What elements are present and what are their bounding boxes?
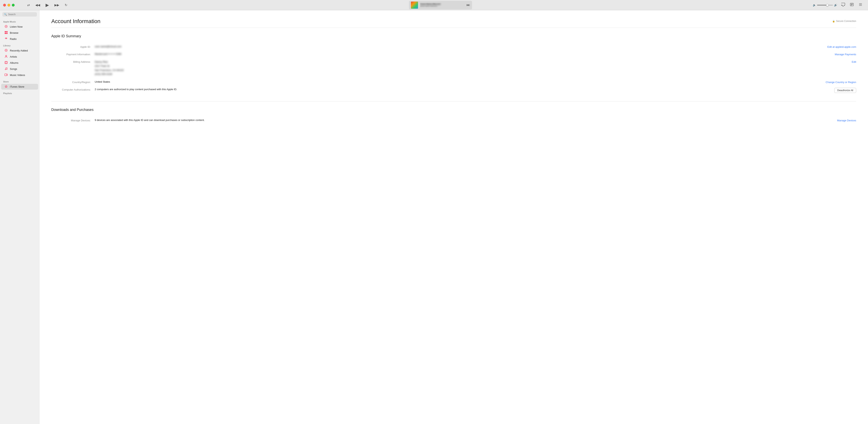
repeat-button[interactable]: ↻ — [64, 2, 68, 8]
svg-rect-12 — [6, 33, 7, 34]
svg-rect-18 — [5, 62, 7, 63]
airplay-button[interactable] — [840, 2, 846, 8]
apple-id-row: Apple ID: user.name@icloud.com Edit at a… — [51, 43, 856, 51]
svg-rect-11 — [5, 33, 6, 34]
svg-rect-9 — [5, 31, 6, 32]
billing-label: Billing Address: — [51, 60, 95, 63]
authorizations-value: 2 computers are authorized to play conte… — [95, 88, 830, 91]
svg-point-13 — [6, 38, 6, 39]
lock-icon: 🔒 — [832, 20, 835, 23]
sidebar-item-albums[interactable]: Albums — [1, 60, 38, 66]
apple-id-section-title: Apple ID Summary — [51, 34, 856, 38]
now-playing-widget: Track Name Blurred Artist Name Blurred ⏭ — [409, 1, 472, 9]
main-layout: 🔍 Apple Music Listen Now — [0, 10, 868, 424]
albums-icon — [4, 61, 8, 65]
album-art — [411, 2, 418, 9]
browse-label: Browse — [10, 31, 18, 34]
authorizations-action: Deauthorize All — [830, 88, 856, 93]
next-button[interactable]: ▶▶ — [54, 2, 60, 8]
music-videos-label: Music Videos — [10, 73, 25, 77]
track-info: Track Name Blurred Artist Name Blurred — [420, 3, 465, 7]
payment-label: Payment Information: — [51, 53, 95, 56]
page-title: Account Information — [51, 18, 100, 25]
section-label-apple-music: Apple Music — [0, 18, 39, 24]
authorizations-label: Computer Authorizations: — [51, 88, 95, 91]
search-input[interactable] — [8, 13, 35, 16]
secure-connection-label: Secure Connection — [836, 20, 856, 23]
recently-added-label: Recently Added — [10, 49, 28, 52]
payment-value: Mastercard •• •• •• 5390 — [95, 53, 831, 55]
billing-row: Billing Address: Danny Riez 2317 Park St… — [51, 58, 856, 78]
search-box[interactable]: 🔍 — [2, 12, 37, 17]
track-name: Track Name Blurred — [420, 3, 465, 5]
section-label-library: Library — [0, 42, 39, 48]
manage-devices-label: Manage Devices: — [51, 119, 95, 122]
volume-slider[interactable] — [817, 5, 833, 5]
edit-appleid-link[interactable]: Edit at appleid.apple.com — [827, 46, 856, 48]
apple-id-value: user.name@icloud.com — [95, 45, 824, 48]
sidebar-item-music-videos[interactable]: Music Videos — [1, 72, 38, 78]
deauthorize-all-button[interactable]: Deauthorize All — [834, 88, 856, 93]
minimize-button[interactable] — [7, 4, 10, 6]
artists-icon — [4, 55, 8, 59]
volume-control: 🔈 🔊 — [813, 4, 837, 6]
sidebar-item-radio[interactable]: Radio — [1, 36, 38, 42]
svg-point-20 — [6, 69, 7, 70]
sidebar-item-artists[interactable]: Artists — [1, 54, 38, 60]
country-action: Change Country or Region — [822, 80, 856, 84]
sidebar-item-listen-now[interactable]: Listen Now — [1, 24, 38, 30]
svg-rect-10 — [6, 31, 7, 32]
artists-label: Artists — [10, 55, 17, 58]
volume-low-icon: 🔈 — [813, 4, 816, 6]
manage-payments-link[interactable]: Manage Payments — [835, 53, 856, 56]
sidebar: 🔍 Apple Music Listen Now — [0, 10, 39, 424]
close-button[interactable] — [3, 4, 6, 6]
svg-point-8 — [6, 26, 6, 27]
content-area: Account Information 🔒 Secure Connection … — [39, 10, 868, 424]
svg-point-16 — [5, 55, 7, 56]
radio-icon — [4, 37, 8, 41]
lyrics-button[interactable] — [849, 2, 855, 8]
now-playing-area: Track Name Blurred Artist Name Blurred ⏭ — [68, 1, 813, 9]
secure-connection: 🔒 Secure Connection — [832, 20, 856, 23]
songs-icon — [4, 67, 8, 71]
billing-action: Edit — [848, 60, 856, 63]
payment-row: Payment Information: Mastercard •• •• ••… — [51, 51, 856, 58]
songs-label: Songs — [10, 67, 17, 70]
section-label-store: Store — [0, 78, 39, 84]
listen-now-icon — [4, 25, 8, 29]
country-row: Country/Region: United States Change Cou… — [51, 78, 856, 86]
track-artist: Artist Name Blurred — [420, 5, 465, 7]
edit-billing-link[interactable]: Edit — [852, 60, 856, 63]
volume-thumb — [826, 4, 829, 6]
sidebar-item-itunes-store[interactable]: iTunes Store — [1, 84, 38, 90]
sidebar-item-browse[interactable]: Browse — [1, 30, 38, 36]
previous-button[interactable]: ◀◀ — [34, 2, 41, 8]
volume-fill — [817, 5, 827, 5]
authorizations-row: Computer Authorizations: 2 computers are… — [51, 86, 856, 95]
radio-label: Radio — [10, 37, 17, 40]
manage-devices-action: Manage Devices — [833, 119, 856, 122]
manage-devices-link[interactable]: Manage Devices — [837, 119, 856, 122]
shuffle-button[interactable]: ⇄ — [26, 2, 31, 8]
maximize-button[interactable] — [12, 4, 14, 6]
music-videos-icon — [4, 73, 8, 77]
change-country-link[interactable]: Change Country or Region — [826, 81, 856, 84]
play-button[interactable]: ▶ — [45, 2, 50, 8]
manage-devices-row: Manage Devices: 9 devices are associated… — [51, 117, 856, 124]
player-controls: ⇄ ◀◀ ▶ ▶▶ ↻ — [26, 2, 68, 8]
browse-icon — [4, 31, 8, 35]
listen-now-label: Listen Now — [10, 25, 23, 28]
apple-id-label: Apple ID: — [51, 45, 95, 48]
country-label: Country/Region: — [51, 80, 95, 84]
sidebar-item-recently-added[interactable]: Recently Added — [1, 48, 38, 54]
svg-point-15 — [6, 50, 6, 51]
menu-button[interactable] — [858, 2, 863, 8]
traffic-lights — [3, 4, 14, 6]
itunes-store-icon — [4, 85, 8, 89]
apple-id-action: Edit at appleid.apple.com — [824, 45, 856, 49]
search-container: 🔍 — [0, 10, 39, 18]
titlebar: ⇄ ◀◀ ▶ ▶▶ ↻ Track Name Blurred Artist Na… — [0, 0, 868, 10]
recently-added-icon — [4, 49, 8, 53]
sidebar-item-songs[interactable]: Songs — [1, 66, 38, 72]
